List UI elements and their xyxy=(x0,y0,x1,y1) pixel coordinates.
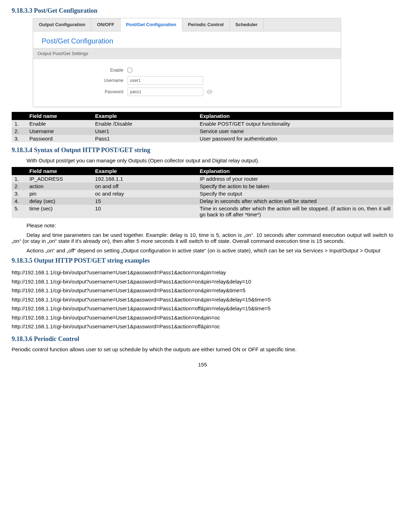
cell-example: 15 xyxy=(92,197,197,205)
cell-explanation: Specify the action to be taken xyxy=(197,183,393,190)
cell-num: 1. xyxy=(12,175,27,183)
reveal-password-icon[interactable] xyxy=(207,89,212,95)
table-row: 4.delay (sec)15Delay in seconds after wh… xyxy=(12,197,393,205)
table-row: 5.time (sec)10Time in seconds after whic… xyxy=(12,205,393,218)
cell-explanation: Specify the output xyxy=(197,190,393,197)
table-postget-fields: Field name Example Explanation 1.EnableE… xyxy=(12,112,393,142)
username-field[interactable] xyxy=(128,76,203,85)
url-example: http://192.168.1.1/cgi-bin/output?userna… xyxy=(12,286,393,295)
config-screenshot: Output Configuration ON/OFF Post/Get Con… xyxy=(33,18,341,107)
table-http-params: Field name Example Explanation 1.IP_ADDR… xyxy=(12,167,393,218)
cell-field: delay (sec) xyxy=(27,197,92,205)
tab-bar: Output Configuration ON/OFF Post/Get Con… xyxy=(33,18,341,31)
table-row: 2.actionon and offSpecify the action to … xyxy=(12,183,393,190)
th-field: Field name xyxy=(27,167,92,175)
cell-num: 3. xyxy=(12,190,27,197)
cell-example: Enable /Disable xyxy=(92,120,197,127)
cell-field: Username xyxy=(27,127,92,135)
syntax-intro-text: With Output post/get you can manage only… xyxy=(12,157,393,163)
periodic-control-text: Periodic control function allows user to… xyxy=(12,346,393,352)
table-row: 3.pinoc and relaySpecify the output xyxy=(12,190,393,197)
cell-explanation: Enable POST/GET output functionality xyxy=(197,120,393,127)
tab-postget-configuration[interactable]: Post/Get Configuration xyxy=(121,18,182,31)
th-explanation: Explanation xyxy=(197,167,393,175)
tab-periodic-control[interactable]: Periodic Control xyxy=(182,18,230,31)
url-example: http://192.168.1.1/cgi-bin/output?userna… xyxy=(12,268,393,277)
panel-title: Post/Get Configuration xyxy=(33,31,341,48)
cell-example: 10 xyxy=(92,205,197,218)
section-heading-syntax: 9.18.3.4 Syntax of Output HTTP POST/GET … xyxy=(12,147,393,154)
url-example: http://192.168.1.1/cgi-bin/output?userna… xyxy=(12,277,393,286)
cell-num: 4. xyxy=(12,197,27,205)
url-example: http://192.168.1.1/cgi-bin/output?userna… xyxy=(12,322,393,331)
cell-num: 1. xyxy=(12,120,27,127)
username-label: Username xyxy=(33,78,128,83)
enable-checkbox[interactable] xyxy=(128,68,132,72)
table-row: 1.IP_ADDRESS192.168.1.1IP address of you… xyxy=(12,175,393,183)
th-example: Example xyxy=(92,112,197,120)
url-examples-block: http://192.168.1.1/cgi-bin/output?userna… xyxy=(12,268,393,331)
cell-example: on and off xyxy=(92,183,197,190)
cell-field: Password xyxy=(27,135,92,142)
cell-example: Pass1 xyxy=(92,135,197,142)
url-example: http://192.168.1.1/cgi-bin/output?userna… xyxy=(12,304,393,313)
password-label: Password xyxy=(33,89,128,94)
th-num xyxy=(12,112,27,120)
cell-explanation: Time in seconds after which the action w… xyxy=(197,205,393,218)
settings-section-bar: Output Post/Get Settings xyxy=(33,48,341,59)
page-number: 155 xyxy=(12,361,393,367)
cell-explanation: IP address of your router xyxy=(197,175,393,183)
password-field[interactable] xyxy=(128,88,203,96)
actions-onoff-text: Actions „on“ and „off“ depend on setting… xyxy=(12,247,393,253)
cell-num: 2. xyxy=(12,127,27,135)
table-row: 2.UsernameUser1Service user name xyxy=(12,127,393,135)
enable-label: Enable xyxy=(33,68,128,73)
cell-explanation: Service user name xyxy=(197,127,393,135)
table-row: 1.EnableEnable /DisableEnable POST/GET o… xyxy=(12,120,393,127)
section-heading-postget-config: 9.18.3.3 Post/Get Configuration xyxy=(12,7,393,14)
form-area: Enable Username Password xyxy=(33,59,341,107)
th-num xyxy=(12,167,27,175)
cell-example: User1 xyxy=(92,127,197,135)
section-heading-examples: 9.18.3.5 Output HTTP POST/GET string exa… xyxy=(12,257,393,264)
cell-num: 3. xyxy=(12,135,27,142)
table-row: 3.PasswordPass1User password for authent… xyxy=(12,135,393,142)
cell-field: action xyxy=(27,183,92,190)
th-example: Example xyxy=(92,167,197,175)
cell-example: oc and relay xyxy=(92,190,197,197)
th-field: Field name xyxy=(27,112,92,120)
cell-field: pin xyxy=(27,190,92,197)
tab-output-configuration[interactable]: Output Configuration xyxy=(33,18,91,31)
cell-example: 192.168.1.1 xyxy=(92,175,197,183)
please-note-text: Please note: xyxy=(12,222,393,228)
cell-num: 5. xyxy=(12,205,27,218)
th-explanation: Explanation xyxy=(197,112,393,120)
cell-field: IP_ADDRESS xyxy=(27,175,92,183)
url-example: http://192.168.1.1/cgi-bin/output?userna… xyxy=(12,295,393,304)
url-example: http://192.168.1.1/cgi-bin/output?userna… xyxy=(12,313,393,322)
section-heading-periodic: 9.18.3.6 Periodic Control xyxy=(12,335,393,343)
delay-time-text: Delay and time parameters can be used to… xyxy=(12,232,393,244)
cell-num: 2. xyxy=(12,183,27,190)
tab-onoff[interactable]: ON/OFF xyxy=(91,18,120,31)
cell-explanation: User password for authentication xyxy=(197,135,393,142)
cell-field: Enable xyxy=(27,120,92,127)
cell-explanation: Delay in seconds after which action will… xyxy=(197,197,393,205)
cell-field: time (sec) xyxy=(27,205,92,218)
tab-scheduler[interactable]: Scheduler xyxy=(230,18,264,31)
